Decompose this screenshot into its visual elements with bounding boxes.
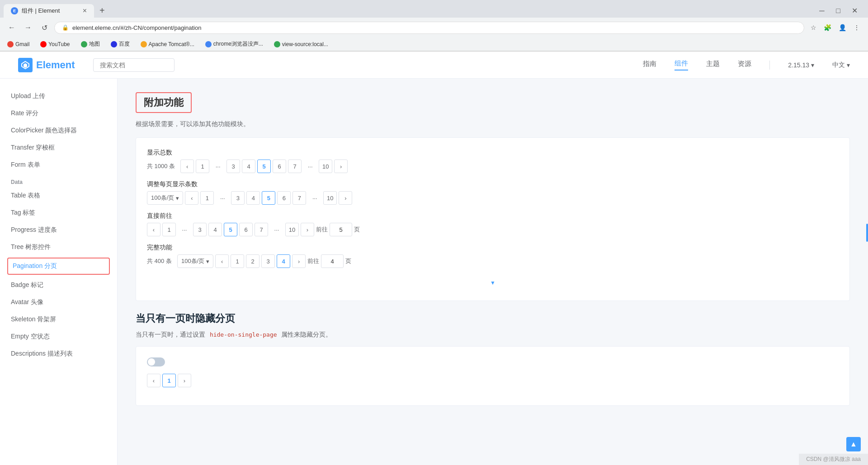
close-window-button[interactable]: ✕: [848, 5, 861, 17]
sidebar-item-table[interactable]: Table 表格: [0, 187, 117, 204]
menu-button[interactable]: ⋮: [851, 22, 863, 33]
prev-btn-4[interactable]: ‹: [215, 254, 229, 268]
bookmark-gmail[interactable]: Gmail: [5, 40, 31, 48]
page-6-3[interactable]: 6: [239, 223, 253, 236]
page-7-1[interactable]: 7: [288, 160, 302, 173]
sidebar-item-pagination[interactable]: Pagination 分页: [7, 258, 110, 275]
page-4-4[interactable]: 4: [277, 254, 290, 268]
page-1-1[interactable]: 1: [196, 160, 209, 173]
page-5-2[interactable]: 5: [262, 191, 275, 205]
bookmark-baidu[interactable]: 百度: [109, 39, 132, 49]
page-5-3[interactable]: 5: [224, 223, 237, 236]
goto-prefix-3: 前往: [316, 225, 328, 234]
page-3-1[interactable]: 3: [226, 160, 240, 173]
back-button[interactable]: ←: [5, 21, 18, 34]
lock-icon: 🔒: [62, 24, 69, 31]
profile-button[interactable]: 👤: [836, 22, 849, 33]
page-1-3[interactable]: 1: [162, 223, 176, 236]
sidebar-item-empty[interactable]: Empty 空状态: [0, 328, 117, 345]
next-btn-single[interactable]: ›: [178, 374, 191, 387]
sidebar-item-skeleton[interactable]: Skeleton 骨架屏: [0, 311, 117, 328]
next-btn-2[interactable]: ›: [339, 191, 352, 205]
bookmark-youtube-label: YouTube: [48, 41, 70, 47]
page-6-1[interactable]: 6: [273, 160, 286, 173]
scroll-indicator: [866, 224, 868, 242]
nav-resource[interactable]: 资源: [738, 60, 751, 70]
tab-close-button[interactable]: ×: [83, 7, 87, 15]
version-selector[interactable]: 2.15.13 ▾: [788, 61, 814, 69]
sidebar-item-upload[interactable]: Upload 上传: [0, 88, 117, 105]
bookmark-youtube[interactable]: YouTube: [38, 40, 71, 48]
sidebar-item-progress[interactable]: Progress 进度条: [0, 221, 117, 239]
page-2-4[interactable]: 2: [246, 254, 259, 268]
minimize-button[interactable]: ─: [816, 5, 828, 17]
page-7-2[interactable]: 7: [292, 191, 306, 205]
goto-input-3[interactable]: [330, 223, 352, 236]
language-selector[interactable]: 中文 ▾: [832, 61, 850, 69]
sidebar-item-rate[interactable]: Rate 评分: [0, 105, 117, 122]
prev-btn-single[interactable]: ‹: [147, 374, 160, 387]
next-btn-4[interactable]: ›: [292, 254, 306, 268]
sidebar-item-transfer[interactable]: Transfer 穿梭框: [0, 139, 117, 156]
search-input[interactable]: [93, 58, 175, 72]
sidebar-item-avatar[interactable]: Avatar 头像: [0, 294, 117, 311]
page-4-2[interactable]: 4: [246, 191, 260, 205]
bookmark-source[interactable]: view-source:local...: [272, 40, 330, 48]
ellipsis-1-2: ···: [216, 191, 229, 205]
scroll-to-top-button[interactable]: ▲: [846, 437, 861, 451]
page-size-select-2[interactable]: 100条/页 ▾: [147, 191, 183, 205]
nav-guide[interactable]: 指南: [643, 60, 656, 70]
ellipsis-2-3: ···: [270, 223, 283, 236]
extensions-button[interactable]: 🧩: [821, 22, 834, 33]
sidebar-item-tag[interactable]: Tag 标签: [0, 204, 117, 221]
page-1-4[interactable]: 1: [231, 254, 244, 268]
sidebar-item-tree[interactable]: Tree 树形控件: [0, 239, 117, 256]
bookmark-maps-label: 地图: [89, 40, 100, 48]
prev-btn-2[interactable]: ‹: [185, 191, 198, 205]
bookmark-chrome[interactable]: chrome浏览器没声...: [203, 39, 265, 49]
page-10-1[interactable]: 10: [319, 160, 332, 173]
prev-btn-1[interactable]: ‹: [180, 160, 194, 173]
sidebar-item-form[interactable]: Form 表单: [0, 156, 117, 174]
page-10-2[interactable]: 10: [323, 191, 337, 205]
page-3-2[interactable]: 3: [231, 191, 245, 205]
tab-favicon: E: [11, 7, 18, 14]
nav-component[interactable]: 组件: [675, 59, 688, 70]
svg-marker-1: [24, 63, 27, 68]
page-4-3[interactable]: 4: [208, 223, 222, 236]
forward-button[interactable]: →: [22, 21, 34, 34]
nav-theme[interactable]: 主题: [706, 60, 720, 70]
goto-suffix-3: 页: [354, 225, 360, 234]
prev-btn-3[interactable]: ‹: [147, 223, 160, 236]
page-6-2[interactable]: 6: [277, 191, 291, 205]
next-btn-1[interactable]: ›: [334, 160, 348, 173]
bookmark-button[interactable]: ☆: [808, 22, 819, 33]
new-tab-button[interactable]: +: [96, 4, 108, 18]
page-size-select-4[interactable]: 100条/页 ▾: [177, 254, 213, 268]
bookmark-tomcat-label: Apache Tomcat®...: [149, 41, 194, 47]
page-4-1[interactable]: 4: [242, 160, 255, 173]
page-3-4[interactable]: 3: [261, 254, 275, 268]
reload-button[interactable]: ↺: [38, 21, 51, 34]
page-1-2[interactable]: 1: [200, 191, 214, 205]
page-1-single[interactable]: 1: [162, 374, 176, 387]
section2-title: 当只有一页时隐藏分页: [136, 312, 850, 325]
browser-tab-active[interactable]: E 组件 | Element ×: [4, 4, 94, 18]
page-3-3[interactable]: 3: [193, 223, 207, 236]
sidebar-item-descriptions[interactable]: Descriptions 描述列表: [0, 345, 117, 362]
next-btn-3[interactable]: ›: [301, 223, 314, 236]
hide-single-page-toggle[interactable]: [147, 357, 165, 366]
address-bar[interactable]: 🔒 element.eleme.cn/#/zh-CN/component/pag…: [54, 22, 804, 34]
sidebar-item-colorpicker[interactable]: ColorPicker 颜色选择器: [0, 122, 117, 139]
bookmark-tomcat[interactable]: Apache Tomcat®...: [139, 40, 196, 48]
page-5-1[interactable]: 5: [257, 160, 271, 173]
show-total-pagination: 共 1000 条 ‹ 1 ··· 3 4 5 6 7 ··· 10 ›: [147, 160, 839, 173]
sidebar-item-badge[interactable]: Badge 标记: [0, 277, 117, 294]
maximize-button[interactable]: □: [832, 5, 844, 17]
site-logo[interactable]: Element: [18, 58, 75, 72]
page-7-3[interactable]: 7: [255, 223, 268, 236]
goto-input-4[interactable]: [321, 254, 344, 268]
page-10-3[interactable]: 10: [285, 223, 299, 236]
bookmark-maps[interactable]: 地图: [79, 39, 102, 49]
main-layout: Upload 上传 Rate 评分 ColorPicker 颜色选择器 Tran…: [0, 79, 868, 465]
